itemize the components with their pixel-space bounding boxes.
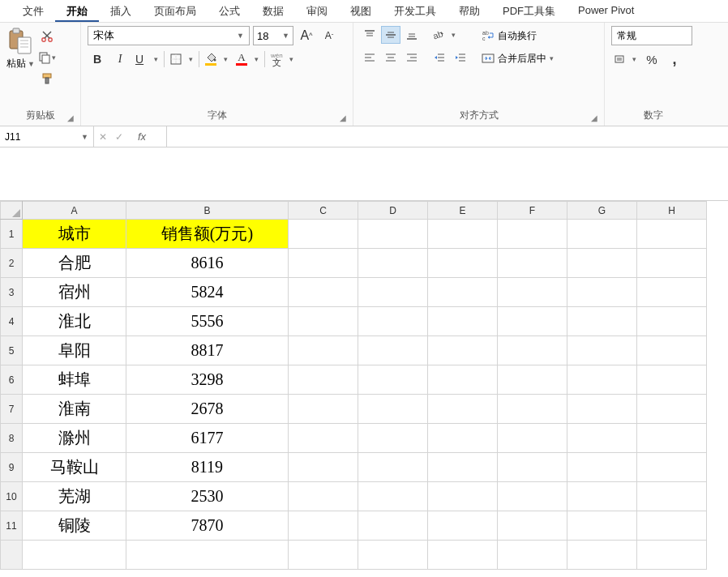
row-header[interactable]: 2 [1, 249, 23, 278]
merge-center-button[interactable]: 合并后居中 ▾ [478, 49, 557, 68]
format-painter-button[interactable] [38, 70, 56, 88]
cell[interactable]: 城市 [23, 220, 126, 249]
cell[interactable] [637, 511, 707, 541]
align-left-button[interactable] [360, 49, 379, 66]
cell[interactable] [567, 336, 637, 365]
cell[interactable] [428, 482, 498, 511]
cell[interactable] [637, 395, 707, 424]
orientation-button[interactable]: ab ▾ [430, 26, 457, 44]
cell[interactable] [358, 336, 428, 365]
grow-font-button[interactable]: A^ [297, 27, 316, 45]
cell[interactable] [498, 453, 567, 482]
cell[interactable]: 5824 [126, 278, 289, 307]
row-header[interactable]: 3 [1, 278, 23, 307]
cell[interactable] [289, 278, 358, 307]
dialog-launcher-icon[interactable]: ◢ [340, 113, 346, 122]
fx-button[interactable]: fx [131, 130, 152, 143]
cell[interactable] [498, 307, 567, 336]
tab-developer[interactable]: 开发工具 [383, 0, 448, 22]
cell[interactable]: 6177 [126, 424, 289, 453]
cell[interactable] [567, 365, 637, 395]
cell[interactable] [498, 365, 567, 395]
cell[interactable] [498, 249, 567, 278]
comma-style-button[interactable]: , [665, 50, 684, 68]
decrease-indent-button[interactable] [430, 49, 449, 66]
cell[interactable] [567, 395, 637, 424]
col-header-F[interactable]: F [498, 202, 567, 220]
cell[interactable]: 5556 [126, 307, 289, 336]
fill-color-button[interactable]: ▾ [203, 50, 230, 68]
col-header-B[interactable]: B [126, 202, 289, 220]
cell[interactable] [428, 453, 498, 482]
underline-button[interactable]: U ▾ [133, 50, 161, 68]
tab-data[interactable]: 数据 [251, 0, 295, 22]
cell[interactable]: 销售额(万元) [126, 220, 289, 249]
col-header-D[interactable]: D [358, 202, 428, 220]
cell[interactable] [637, 249, 707, 278]
copy-button[interactable]: ▾ [38, 49, 56, 66]
cell[interactable] [637, 365, 707, 395]
col-header-A[interactable]: A [23, 202, 126, 220]
font-name-combo[interactable]: 宋体 ▼ [88, 26, 250, 45]
cell[interactable]: 阜阳 [23, 336, 126, 365]
cell[interactable] [358, 453, 428, 482]
cell[interactable] [289, 220, 358, 249]
cell[interactable]: 8119 [126, 453, 289, 482]
formula-input[interactable] [167, 126, 728, 147]
cell[interactable]: 7870 [126, 511, 289, 541]
cell[interactable] [567, 278, 637, 307]
cell[interactable] [637, 278, 707, 307]
cell[interactable]: 芜湖 [23, 482, 126, 511]
cell[interactable]: 2530 [126, 482, 289, 511]
confirm-formula-icon[interactable]: ✓ [115, 131, 123, 143]
cell[interactable]: 8817 [126, 336, 289, 365]
paste-button[interactable]: 粘贴 ▼ [6, 57, 35, 71]
phonetic-button[interactable]: wén 文 ▾ [268, 50, 296, 68]
cell[interactable]: 淮南 [23, 395, 126, 424]
name-box[interactable]: J11 ▼ [0, 126, 94, 147]
cell[interactable] [637, 336, 707, 365]
shrink-font-button[interactable]: Aˇ [319, 27, 339, 45]
wrap-text-button[interactable]: abc 自动换行 [478, 26, 557, 45]
cell[interactable] [289, 395, 358, 424]
dialog-launcher-icon[interactable]: ◢ [67, 113, 74, 122]
cell[interactable] [358, 365, 428, 395]
cell[interactable] [289, 424, 358, 453]
cell[interactable] [289, 307, 358, 336]
row-header[interactable]: 10 [1, 482, 23, 511]
cell[interactable] [567, 511, 637, 541]
col-header-H[interactable]: H [637, 202, 707, 220]
tab-pdftools[interactable]: PDF工具集 [491, 0, 567, 22]
cell[interactable] [567, 453, 637, 482]
align-right-button[interactable] [402, 49, 422, 66]
cell[interactable] [567, 249, 637, 278]
cell[interactable] [567, 482, 637, 511]
cell[interactable] [428, 365, 498, 395]
tab-insert[interactable]: 插入 [99, 0, 143, 22]
row-header[interactable]: 8 [1, 424, 23, 453]
cell[interactable] [428, 424, 498, 453]
tab-view[interactable]: 视图 [339, 0, 383, 22]
cell[interactable]: 2678 [126, 395, 289, 424]
tab-file[interactable]: 文件 [11, 0, 55, 22]
cell[interactable]: 8616 [126, 249, 289, 278]
cut-button[interactable] [38, 28, 56, 45]
cell[interactable] [637, 307, 707, 336]
tab-powerpivot[interactable]: Power Pivot [567, 0, 645, 22]
cell[interactable]: 滁州 [23, 424, 126, 453]
cell[interactable] [289, 453, 358, 482]
cell[interactable] [289, 482, 358, 511]
percent-button[interactable]: % [642, 50, 662, 68]
cell[interactable] [637, 424, 707, 453]
row-header[interactable]: 9 [1, 453, 23, 482]
row-header[interactable]: 4 [1, 307, 23, 336]
tab-help[interactable]: 帮助 [448, 0, 491, 22]
cell[interactable] [567, 307, 637, 336]
row-header[interactable]: 7 [1, 395, 23, 424]
cell[interactable] [358, 395, 428, 424]
number-format-combo[interactable]: 常规 [611, 26, 692, 45]
cell[interactable] [289, 249, 358, 278]
col-header-G[interactable]: G [567, 202, 637, 220]
tab-formulas[interactable]: 公式 [208, 0, 251, 22]
borders-button[interactable]: ▾ [168, 50, 195, 68]
